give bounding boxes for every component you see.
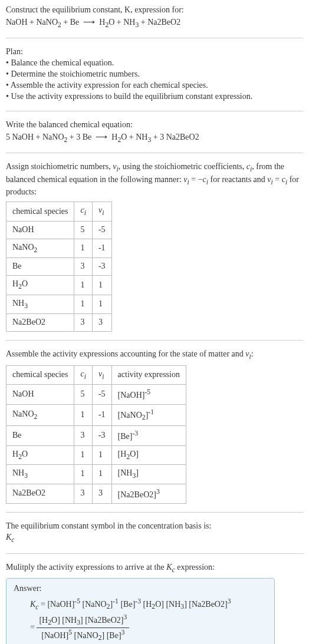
cell-ci: 3 (74, 314, 92, 332)
cell-nui: 1 (92, 276, 111, 295)
cell-activity: [NH3] (111, 465, 186, 484)
cell-ci: 3 (74, 426, 92, 446)
activity-table: chemical species ci νi activity expressi… (6, 365, 186, 504)
cell-species: NaOH (6, 385, 74, 405)
balanced-equation: 5 NaOH + NaNO2 + 3 Be ⟶ H2O + NH3 + 3 Na… (6, 132, 303, 145)
col-nui: νi (92, 202, 111, 222)
cell-ci: 3 (74, 484, 92, 504)
answer-fraction: [H2O] [NH3] [Na2BeO2]3 [NaOH]5 [NaNO2] [… (37, 613, 129, 643)
multiply-line: Mulitply the activity expressions to arr… (6, 562, 303, 575)
answer-line1: Kc = [NaOH]-5 [NaNO2]-1 [Be]-3 [H2O] [NH… (30, 597, 267, 612)
cell-nui: -3 (92, 258, 111, 276)
table-row: Be3-3[Be]-3 (6, 426, 186, 446)
plan-item: • Balance the chemical equation. (6, 58, 303, 69)
kc-intro: The equilibrium constant symbol in the c… (6, 521, 303, 532)
cell-ci: 1 (74, 276, 92, 295)
plan-item: • Use the activity expressions to build … (6, 91, 303, 103)
plan-list: • Balance the chemical equation.• Determ… (6, 58, 303, 103)
divider (6, 553, 303, 554)
prompt-line: Construct the equilibrium constant, K, e… (6, 5, 303, 16)
cell-ci: 5 (74, 221, 92, 239)
table-row: Na2BeO233[Na2BeO2]3 (6, 484, 186, 504)
plan-title: Plan: (6, 47, 303, 58)
table-row: NaOH5-5 (6, 221, 112, 239)
divider (6, 153, 303, 153)
col-species: chemical species (6, 365, 74, 385)
table-row: NaNO21-1[NaNO2]-1 (6, 404, 186, 425)
answer-box: Answer: Kc = [NaOH]-5 [NaNO2]-1 [Be]-3 [… (6, 578, 275, 644)
cell-activity: [Be]-3 (111, 426, 186, 446)
cell-ci: 1 (74, 295, 92, 314)
divider (6, 340, 303, 341)
fraction-denominator: [NaOH]5 [NaNO2] [Be]3 (37, 628, 129, 643)
table-row: NaOH5-5[NaOH]-5 (6, 385, 186, 405)
cell-nui: -5 (92, 221, 111, 239)
stoich-table: chemical species ci νi NaOH5-5NaNO21-1Be… (6, 202, 112, 332)
divider (6, 512, 303, 513)
cell-species: Na2BeO2 (6, 484, 74, 504)
cell-species: NH3 (6, 295, 74, 314)
cell-species: NaNO2 (6, 404, 74, 425)
col-species: chemical species (6, 202, 74, 222)
cell-nui: 3 (92, 314, 111, 332)
col-ci: ci (74, 365, 92, 385)
cell-species: H2O (6, 276, 74, 295)
table-row: NH311 (6, 295, 112, 314)
table-row: H2O11[H2O] (6, 445, 186, 465)
activity-intro: Assemble the activity expressions accoun… (6, 349, 303, 362)
col-ci: ci (74, 202, 92, 222)
cell-nui: 1 (92, 295, 111, 314)
cell-species: Be (6, 258, 74, 276)
kc-symbol: Kc (6, 532, 303, 545)
table-row: H2O11 (6, 276, 112, 295)
cell-nui: -1 (92, 404, 111, 425)
table-row: Be3-3 (6, 258, 112, 276)
unbalanced-equation: NaOH + NaNO2 + Be ⟶ H2O + NH3 + Na2BeO2 (6, 17, 303, 30)
cell-ci: 1 (74, 404, 92, 425)
divider (6, 111, 303, 111)
cell-nui: 3 (92, 484, 111, 504)
divider (6, 38, 303, 38)
cell-activity: [NaNO2]-1 (111, 404, 186, 425)
cell-activity: [Na2BeO2]3 (111, 484, 186, 504)
cell-activity: [H2O] (111, 445, 186, 465)
cell-ci: 1 (74, 445, 92, 465)
cell-nui: -3 (92, 426, 111, 446)
fraction-numerator: [H2O] [NH3] [Na2BeO2]3 (37, 613, 129, 628)
cell-ci: 3 (74, 258, 92, 276)
cell-ci: 1 (74, 239, 92, 258)
cell-species: NaOH (6, 221, 74, 239)
cell-species: NaNO2 (6, 239, 74, 258)
balanced-intro: Write the balanced chemical equation: (6, 120, 303, 131)
cell-nui: 1 (92, 465, 111, 484)
cell-ci: 1 (74, 465, 92, 484)
table-row: NaNO21-1 (6, 239, 112, 258)
plan-item: • Assemble the activity expression for e… (6, 80, 303, 91)
answer-label: Answer: (14, 583, 267, 595)
cell-species: H2O (6, 445, 74, 465)
cell-ci: 5 (74, 385, 92, 405)
plan-item: • Determine the stoichiometric numbers. (6, 69, 303, 80)
cell-species: Na2BeO2 (6, 314, 74, 332)
cell-species: Be (6, 426, 74, 446)
table-row: NH311[NH3] (6, 465, 186, 484)
equals-sign: = (30, 623, 37, 632)
cell-nui: -1 (92, 239, 111, 258)
cell-nui: 1 (92, 445, 111, 465)
cell-activity: [NaOH]-5 (111, 385, 186, 405)
table-row: Na2BeO233 (6, 314, 112, 332)
col-nui: νi (92, 365, 111, 385)
cell-nui: -5 (92, 385, 111, 405)
stoich-intro: Assign stoichiometric numbers, νi, using… (6, 161, 303, 198)
col-activity: activity expression (111, 365, 186, 385)
cell-species: NH3 (6, 465, 74, 484)
